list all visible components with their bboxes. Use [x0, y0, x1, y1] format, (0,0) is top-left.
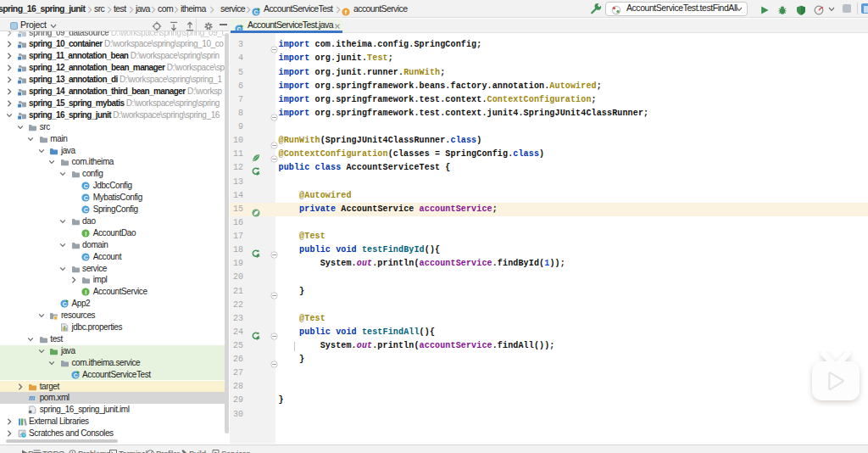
svg-text:C: C [84, 195, 88, 201]
svg-text:C: C [253, 9, 258, 15]
svg-text:C: C [84, 183, 88, 189]
svg-text:C: C [84, 207, 88, 213]
svg-text:m: m [29, 394, 35, 403]
svg-text:C: C [84, 254, 88, 260]
